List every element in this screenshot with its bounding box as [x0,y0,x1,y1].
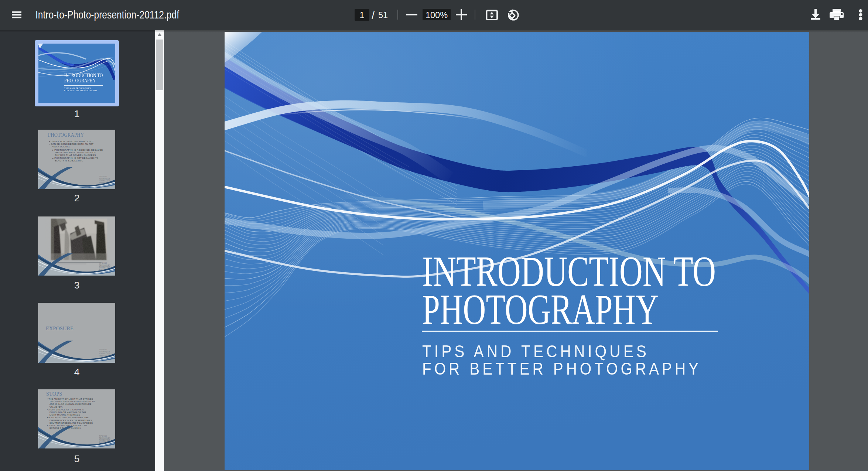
svg-text:100%: 100% [426,10,448,20]
svg-text:51: 51 [378,10,388,20]
svg-text:1: 1 [359,10,364,20]
svg-text:Intro-to-Photo-presention-2011: Intro-to-Photo-presention-20112.pdf [35,8,180,21]
svg-text:/: / [372,10,375,21]
